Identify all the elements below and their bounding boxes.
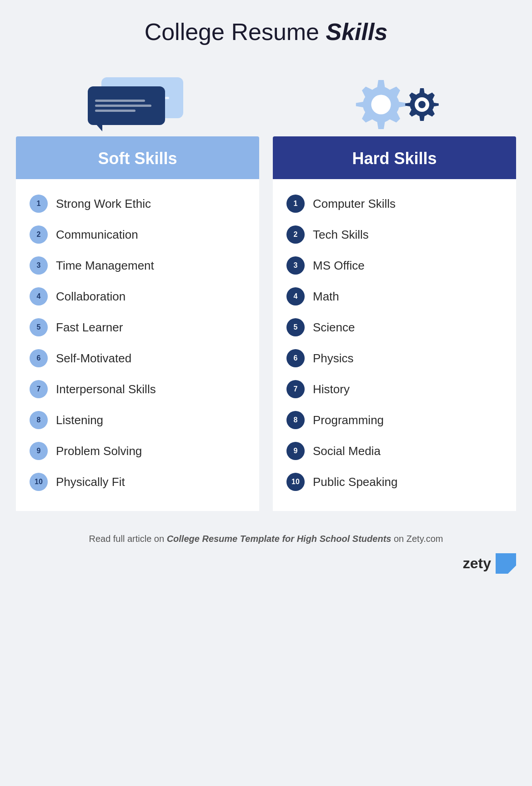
badge-9: 9 [286, 442, 305, 460]
skill-label: Collaboration [56, 290, 125, 304]
gears-icon [345, 73, 445, 136]
badge-4: 4 [30, 287, 48, 305]
list-item: 1 Computer Skills [286, 188, 502, 219]
list-item: 1 Strong Work Ethic [30, 188, 246, 219]
list-item: 10 Public Speaking [286, 466, 502, 497]
gear-big-icon [354, 77, 408, 132]
skill-label: Social Media [313, 444, 381, 458]
zety-logo: zety [16, 553, 516, 574]
skill-label: Programming [313, 413, 384, 427]
svg-point-0 [371, 95, 391, 114]
skill-label: Math [313, 290, 339, 304]
list-item: 10 Physically Fit [30, 466, 246, 497]
list-item: 9 Problem Solving [30, 436, 246, 466]
footer-text: Read full article on College Resume Temp… [89, 534, 443, 544]
soft-skills-icon-area [16, 64, 259, 136]
skill-label: Communication [56, 228, 138, 242]
skill-label: Fast Learner [56, 320, 123, 335]
list-item: 8 Listening [30, 405, 246, 436]
hard-skills-header: Hard Skills [273, 136, 516, 179]
badge-5: 5 [286, 318, 305, 336]
skill-label: Interpersonal Skills [56, 382, 156, 396]
badge-2: 2 [286, 225, 305, 244]
list-item: 3 MS Office [286, 250, 502, 281]
list-item: 9 Social Media [286, 436, 502, 466]
list-item: 8 Programming [286, 405, 502, 436]
skill-label: Tech Skills [313, 228, 369, 242]
badge-7: 7 [286, 380, 305, 398]
badge-3: 3 [286, 256, 305, 275]
skill-label: Physically Fit [56, 475, 125, 489]
badge-10: 10 [286, 473, 305, 491]
badge-10: 10 [30, 473, 48, 491]
list-item: 5 Science [286, 312, 502, 343]
gear-small-icon [404, 86, 440, 123]
skill-label: Listening [56, 413, 103, 427]
skill-label: Time Management [56, 259, 154, 273]
badge-8: 8 [286, 411, 305, 429]
zety-logo-text: zety [463, 555, 491, 572]
hard-skills-icon-area [273, 64, 516, 136]
list-item: 6 Self-Motivated [30, 343, 246, 374]
skill-label: Problem Solving [56, 444, 142, 458]
badge-6: 6 [286, 349, 305, 367]
skill-label: Self-Motivated [56, 351, 131, 365]
badge-8: 8 [30, 411, 48, 429]
list-item: 6 Physics [286, 343, 502, 374]
list-item: 7 Interpersonal Skills [30, 374, 246, 405]
list-item: 3 Time Management [30, 250, 246, 281]
badge-1: 1 [30, 195, 48, 213]
skill-label: Science [313, 320, 355, 335]
badge-6: 6 [30, 349, 48, 367]
skill-label: Physics [313, 351, 354, 365]
badge-4: 4 [286, 287, 305, 305]
badge-9: 9 [30, 442, 48, 460]
hard-skills-column: Hard Skills 1 Computer Skills 2 Tech Ski… [273, 64, 516, 511]
skill-label: MS Office [313, 259, 365, 273]
badge-3: 3 [30, 256, 48, 275]
list-item: 4 Math [286, 281, 502, 312]
bubble-front [88, 86, 165, 125]
svg-point-2 [418, 101, 426, 108]
list-item: 2 Tech Skills [286, 219, 502, 250]
list-item: 4 Collaboration [30, 281, 246, 312]
list-item: 7 History [286, 374, 502, 405]
page-title: College Resume Skills [145, 18, 388, 45]
skill-label: Strong Work Ethic [56, 197, 151, 211]
badge-7: 7 [30, 380, 48, 398]
badge-1: 1 [286, 195, 305, 213]
skill-label: Public Speaking [313, 475, 397, 489]
soft-skills-column: Soft Skills 1 Strong Work Ethic 2 Commun… [16, 64, 259, 511]
hard-skills-list: 1 Computer Skills 2 Tech Skills 3 MS Off… [273, 179, 516, 511]
list-item: 5 Fast Learner [30, 312, 246, 343]
list-item: 2 Communication [30, 219, 246, 250]
skill-label: Computer Skills [313, 197, 396, 211]
skill-label: History [313, 382, 350, 396]
soft-skills-list: 1 Strong Work Ethic 2 Communication 3 Ti… [16, 179, 259, 511]
zety-logo-shape [496, 553, 516, 574]
chat-bubbles-icon [88, 73, 188, 136]
soft-skills-header: Soft Skills [16, 136, 259, 179]
badge-5: 5 [30, 318, 48, 336]
columns-wrapper: Soft Skills 1 Strong Work Ethic 2 Commun… [16, 64, 516, 511]
badge-2: 2 [30, 225, 48, 244]
